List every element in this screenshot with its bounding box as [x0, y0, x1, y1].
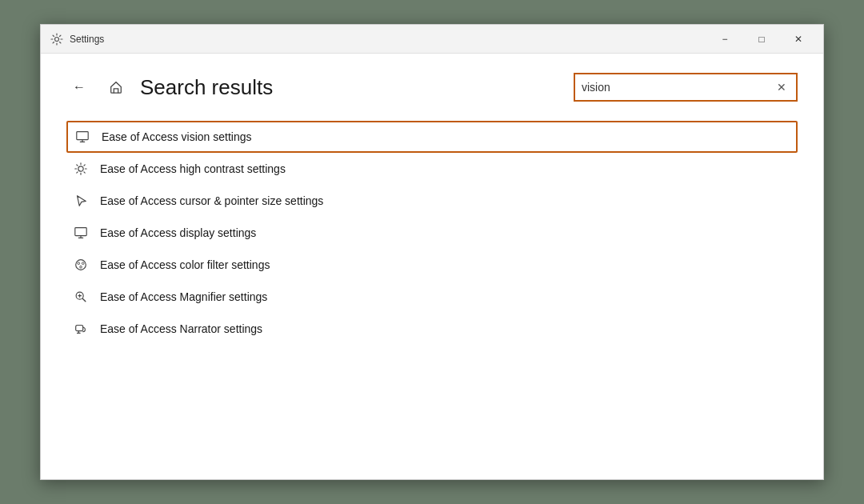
result-label-cursor: Ease of Access cursor & pointer size set… [100, 194, 323, 207]
cursor-icon [73, 193, 89, 209]
result-label-vision: Ease of Access vision settings [102, 130, 252, 143]
home-icon[interactable] [105, 76, 127, 98]
window-title: Settings [70, 34, 104, 45]
result-item-color-filter[interactable]: Ease of Access color filter settings [66, 249, 798, 281]
sun-icon [73, 161, 89, 177]
result-item-display[interactable]: Ease of Access display settings [66, 217, 798, 249]
narrator-icon [73, 321, 89, 337]
search-clear-button[interactable]: ✕ [774, 79, 790, 95]
svg-point-2 [78, 166, 83, 171]
maximize-button[interactable]: □ [743, 26, 780, 52]
back-button[interactable]: ← [66, 74, 92, 100]
search-input[interactable] [582, 81, 774, 94]
palette-icon [73, 257, 89, 273]
settings-window: Settings − □ ✕ ← Search results [40, 24, 824, 480]
monitor-icon [74, 129, 90, 145]
result-label-color-filter: Ease of Access color filter settings [100, 258, 270, 271]
top-bar: ← Search results ✕ [66, 73, 798, 102]
result-label-magnifier: Ease of Access Magnifier settings [100, 290, 267, 303]
result-item-magnifier[interactable]: Ease of Access Magnifier settings [66, 281, 798, 313]
svg-rect-1 [77, 132, 88, 140]
magnifier-icon [73, 289, 89, 305]
svg-point-5 [78, 262, 80, 265]
minimize-button[interactable]: − [706, 26, 743, 52]
result-item-narrator[interactable]: Ease of Access Narrator settings [66, 313, 798, 345]
svg-rect-9 [76, 326, 83, 331]
result-item-cursor[interactable]: Ease of Access cursor & pointer size set… [66, 185, 798, 217]
svg-point-6 [82, 262, 84, 265]
result-label-display: Ease of Access display settings [100, 226, 256, 239]
result-label-high-contrast: Ease of Access high contrast settings [100, 162, 286, 175]
result-item-high-contrast[interactable]: Ease of Access high contrast settings [66, 153, 798, 185]
results-list: Ease of Access vision settings Ease of A… [66, 121, 798, 345]
svg-point-7 [80, 266, 82, 268]
title-bar: Settings − □ ✕ [41, 25, 823, 54]
search-box[interactable]: ✕ [574, 73, 798, 102]
top-bar-left: ← Search results [66, 74, 273, 100]
svg-point-0 [55, 37, 59, 41]
close-button[interactable]: ✕ [780, 26, 817, 52]
svg-rect-3 [75, 228, 86, 236]
page-title: Search results [140, 75, 273, 100]
window-controls: − □ ✕ [706, 26, 817, 52]
result-label-narrator: Ease of Access Narrator settings [100, 322, 262, 335]
title-bar-left: Settings [50, 33, 104, 46]
display-icon [73, 225, 89, 241]
result-item-vision[interactable]: Ease of Access vision settings [66, 121, 798, 153]
content-area: ← Search results ✕ [41, 54, 823, 479]
settings-app-icon [50, 33, 63, 46]
